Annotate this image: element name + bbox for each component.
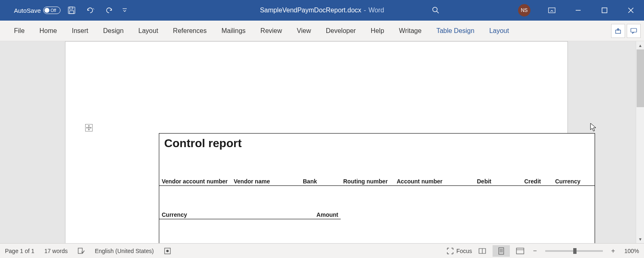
svg-rect-13 [78, 248, 82, 253]
tab-layout[interactable]: Layout [131, 21, 165, 41]
title-separator: - [364, 7, 366, 14]
zoom-thumb[interactable] [573, 248, 577, 254]
svg-rect-8 [602, 8, 607, 13]
user-initials: NS [521, 7, 528, 13]
tab-table-design[interactable]: Table Design [429, 21, 482, 41]
status-right: Focus − + 100% [446, 245, 639, 257]
vertical-scrollbar[interactable]: ▲ ▼ [636, 41, 644, 243]
col-currency: Currency [553, 177, 595, 186]
window-title: SampleVendPaymDocReport.docx - Word [260, 7, 384, 14]
save-button[interactable] [64, 2, 79, 18]
comments-button[interactable] [627, 24, 641, 38]
tab-review[interactable]: Review [253, 21, 289, 41]
svg-rect-12 [631, 28, 637, 32]
language-indicator[interactable]: English (United States) [95, 248, 153, 254]
svg-rect-20 [516, 248, 524, 254]
table-header-row: Vendor account number Vendor name Bank R… [159, 177, 595, 186]
ribbon-display-button[interactable] [539, 0, 565, 21]
title-bar: AutoSave Off SampleVendPaymDocReport.doc… [0, 0, 644, 21]
scroll-up-icon[interactable]: ▲ [636, 41, 644, 49]
svg-rect-2 [70, 11, 74, 14]
zoom-out-button[interactable]: − [530, 247, 539, 255]
svg-point-4 [433, 7, 437, 12]
scroll-thumb[interactable] [637, 49, 644, 107]
minimize-button[interactable] [565, 0, 591, 21]
table-move-handle[interactable] [85, 124, 93, 131]
document-table[interactable]: Control report Vendor account number Ven… [159, 133, 595, 243]
autosave-label: AutoSave [14, 7, 41, 14]
col-bank: Bank [300, 177, 341, 186]
tab-table-layout[interactable]: Layout [482, 21, 516, 41]
svg-point-15 [166, 250, 169, 252]
spellcheck-button[interactable] [77, 247, 85, 255]
word-count[interactable]: 17 words [44, 248, 68, 254]
tab-file[interactable]: File [7, 21, 32, 41]
document-area[interactable]: Control report Vendor account number Ven… [0, 41, 644, 243]
search-button[interactable] [430, 4, 442, 16]
macro-button[interactable] [164, 247, 171, 255]
user-avatar[interactable]: NS [518, 4, 530, 16]
col-vendor-account: Vendor account number [159, 177, 231, 186]
subcol-currency: Currency [159, 211, 300, 219]
tab-home[interactable]: Home [32, 21, 65, 41]
focus-label: Focus [456, 248, 472, 254]
document-title: Control report [164, 137, 590, 150]
cursor-icon [590, 122, 598, 132]
svg-rect-1 [70, 7, 73, 9]
tab-insert[interactable]: Insert [64, 21, 95, 41]
web-layout-button[interactable] [511, 245, 529, 257]
svg-rect-0 [68, 7, 75, 14]
col-routing: Routing number [341, 177, 394, 186]
tab-design[interactable]: Design [95, 21, 131, 41]
svg-rect-16 [499, 248, 504, 254]
status-bar: Page 1 of 1 17 words English (United Sta… [0, 243, 644, 258]
title-left: AutoSave Off [0, 2, 129, 18]
col-account: Account number [394, 177, 474, 186]
toggle-state: Off [51, 8, 56, 13]
tab-help[interactable]: Help [363, 21, 392, 41]
tab-view[interactable]: View [289, 21, 318, 41]
toggle-dot [44, 8, 49, 13]
ribbon-tabs: File Home Insert Design Layout Reference… [0, 21, 644, 41]
tab-developer[interactable]: Developer [319, 21, 363, 41]
focus-mode-button[interactable]: Focus [446, 247, 472, 255]
ribbon-right [611, 24, 641, 38]
zoom-slider[interactable] [545, 250, 603, 252]
customize-qat-button[interactable] [121, 2, 129, 18]
col-debit: Debit [474, 177, 522, 186]
undo-button[interactable] [83, 2, 98, 18]
zoom-percentage[interactable]: 100% [619, 248, 639, 254]
filename: SampleVendPaymDocReport.docx [260, 7, 361, 14]
col-vendor-name: Vendor name [231, 177, 300, 186]
zoom-in-button[interactable]: + [609, 247, 618, 255]
autosave-toggle[interactable]: AutoSave Off [14, 7, 60, 14]
close-button[interactable] [618, 0, 644, 21]
app-name: Word [368, 7, 384, 14]
tab-mailings[interactable]: Mailings [214, 21, 253, 41]
tab-writage[interactable]: Writage [392, 21, 429, 41]
scroll-down-icon[interactable]: ▼ [636, 235, 644, 243]
table-subheader-row: Currency Amount [159, 211, 595, 219]
page-indicator[interactable]: Page 1 of 1 [5, 248, 35, 254]
maximize-button[interactable] [591, 0, 618, 21]
col-credit: Credit [522, 177, 553, 186]
subcol-amount: Amount [300, 211, 341, 219]
redo-button[interactable] [102, 2, 117, 18]
page[interactable]: Control report Vendor account number Ven… [65, 41, 568, 243]
svg-line-5 [437, 11, 439, 13]
title-right: NS [518, 0, 644, 21]
print-layout-button[interactable] [493, 245, 510, 257]
tab-references[interactable]: References [165, 21, 214, 41]
share-button[interactable] [611, 24, 625, 38]
status-left: Page 1 of 1 17 words English (United Sta… [5, 247, 171, 255]
read-mode-button[interactable] [474, 245, 491, 257]
toggle-switch[interactable]: Off [43, 7, 60, 14]
